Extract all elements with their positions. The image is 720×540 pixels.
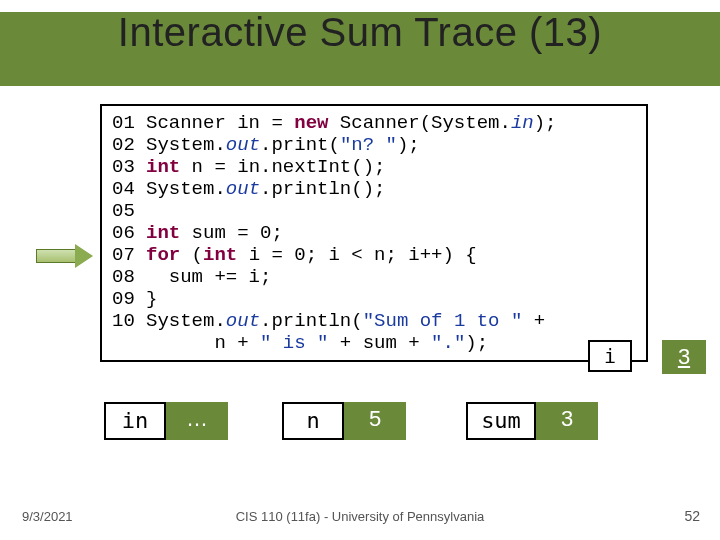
slide-footer: CIS 110 (11fa) - University of Pennsylva… (0, 509, 720, 524)
code-line: 09} (112, 288, 636, 310)
code-line: 08 sum += i; (112, 266, 636, 288)
code-line: 02System.out.print("n? "); (112, 134, 636, 156)
var-sum-label: sum (466, 402, 536, 440)
code-line: 10System.out.println("Sum of 1 to " + (112, 310, 636, 332)
code-listing: 01Scanner in = new Scanner(System.in);02… (100, 104, 648, 362)
var-n-value: 5 (344, 402, 406, 440)
code-line: 05 (112, 200, 636, 222)
var-in-value: … (166, 402, 228, 440)
slide-title: Interactive Sum Trace (13) (0, 10, 720, 55)
code-line: 03int n = in.nextInt(); (112, 156, 636, 178)
code-line: n + " is " + sum + "."); (112, 332, 636, 354)
current-line-arrow (36, 244, 94, 268)
code-line: 01Scanner in = new Scanner(System.in); (112, 112, 636, 134)
var-i-label: i (588, 340, 632, 372)
code-line: 04System.out.println(); (112, 178, 636, 200)
var-in-label: in (104, 402, 166, 440)
var-i-value: 3 (662, 340, 706, 374)
slide-number: 52 (684, 508, 700, 524)
code-line: 07for (int i = 0; i < n; i++) { (112, 244, 636, 266)
var-sum-value: 3 (536, 402, 598, 440)
code-line: 06int sum = 0; (112, 222, 636, 244)
var-n-label: n (282, 402, 344, 440)
